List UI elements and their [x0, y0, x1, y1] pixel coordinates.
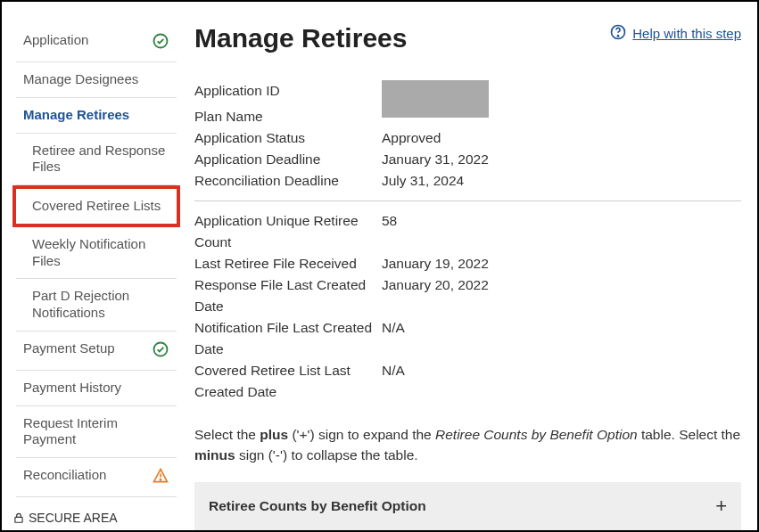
info-row: Notification File Last Created Date N/A: [194, 317, 741, 360]
info-value: [382, 106, 741, 127]
sidebar-item-label: Manage Designees: [23, 71, 142, 88]
sidebar-item-payment-setup[interactable]: Payment Setup: [16, 331, 177, 371]
info-label: Notification File Last Created Date: [194, 317, 382, 360]
sidebar-item-part-d-rejection[interactable]: Part D Rejection Notifications: [16, 279, 177, 331]
info-value: 58: [382, 210, 741, 253]
help-link-label: Help with this step: [632, 26, 741, 41]
sidebar-item-label: Covered Retiree Lists: [32, 198, 164, 215]
svg-point-3: [160, 479, 161, 480]
sidebar: Application Manage Designees Manage Reti…: [16, 23, 177, 505]
info-row: Reconciliation Deadline July 31, 2024: [194, 170, 741, 192]
help-icon: [609, 23, 627, 44]
info-value: N/A: [382, 317, 741, 360]
plus-icon: +: [715, 495, 727, 518]
sidebar-item-label: Manage Retirees: [23, 107, 133, 124]
info-label: Covered Retiree List Last Created Date: [194, 360, 382, 403]
info-label: Application Status: [194, 127, 382, 149]
svg-point-5: [618, 36, 619, 37]
info-row: Last Retiree File Received January 19, 2…: [194, 253, 741, 274]
main-content: Manage Retirees Help with this step Appl…: [187, 23, 743, 505]
accordion-title: Retiree Counts by Benefit Option: [209, 498, 426, 514]
info-value: January 19, 2022: [382, 253, 741, 274]
instructions-text: Select the plus ('+') sign to expand the…: [194, 424, 741, 466]
sidebar-item-label: Payment Setup: [23, 340, 119, 357]
sidebar-item-payment-history[interactable]: Payment History: [16, 371, 177, 406]
lock-icon: [12, 512, 25, 524]
sidebar-item-label: Retiree and Response Files: [32, 143, 169, 176]
sidebar-item-label: Weekly Notification Files: [32, 236, 169, 270]
sidebar-item-label: Request Interim Payment: [23, 415, 169, 449]
divider: [194, 201, 741, 201]
svg-rect-6: [15, 517, 22, 522]
info-value: Approved: [382, 127, 741, 149]
warning-triangle-icon: [152, 467, 169, 487]
secure-area-label: SECURE AREA: [29, 511, 118, 525]
secure-area-indicator: SECURE AREA: [12, 511, 118, 525]
info-label: Application Unique Retiree Count: [194, 210, 382, 253]
info-label: Plan Name: [194, 106, 382, 127]
info-label: Response File Last Created Date: [194, 274, 382, 317]
info-row: Response File Last Created Date January …: [194, 274, 741, 317]
sidebar-item-label: Payment History: [23, 380, 125, 397]
check-circle-icon: [152, 32, 169, 53]
sidebar-item-retiree-response-files[interactable]: Retiree and Response Files: [16, 134, 177, 186]
sidebar-item-label: Part D Rejection Notifications: [32, 288, 169, 322]
info-section-1: Application ID Plan Name Application Sta…: [194, 80, 741, 192]
accordion-retiree-counts[interactable]: Retiree Counts by Benefit Option +: [194, 482, 741, 530]
info-value: July 31, 2024: [382, 170, 741, 192]
info-row: Application Deadline January 31, 2022: [194, 149, 741, 170]
info-value: N/A: [382, 360, 741, 403]
sidebar-item-label: Application: [23, 32, 92, 49]
sidebar-item-application[interactable]: Application: [16, 23, 177, 62]
sidebar-item-manage-designees[interactable]: Manage Designees: [16, 62, 177, 98]
info-value: January 31, 2022: [382, 149, 741, 170]
info-section-2: Application Unique Retiree Count 58 Last…: [194, 210, 741, 403]
info-label: Reconciliation Deadline: [194, 170, 382, 192]
info-label: Application Deadline: [194, 149, 382, 170]
sidebar-item-manage-retirees[interactable]: Manage Retirees: [16, 98, 177, 134]
sidebar-item-request-interim-payment[interactable]: Request Interim Payment: [16, 406, 177, 459]
info-value: January 20, 2022: [382, 274, 741, 317]
info-row: Plan Name: [194, 106, 741, 127]
check-circle-icon: [152, 340, 169, 361]
info-row: Application Unique Retiree Count 58: [194, 210, 741, 253]
info-row: Application Status Approved: [194, 127, 741, 149]
highlight-box: Covered Retiree Lists: [12, 185, 180, 227]
info-label: Last Retiree File Received: [194, 253, 382, 274]
page-title: Manage Retirees: [194, 23, 407, 53]
sidebar-item-label: Reconciliation: [23, 467, 110, 484]
sidebar-item-covered-retiree-lists[interactable]: Covered Retiree Lists: [16, 189, 177, 224]
sidebar-item-weekly-notification-files[interactable]: Weekly Notification Files: [16, 227, 177, 280]
help-link[interactable]: Help with this step: [609, 23, 741, 44]
info-row: Covered Retiree List Last Created Date N…: [194, 360, 741, 403]
sidebar-item-reconciliation[interactable]: Reconciliation: [16, 458, 177, 497]
